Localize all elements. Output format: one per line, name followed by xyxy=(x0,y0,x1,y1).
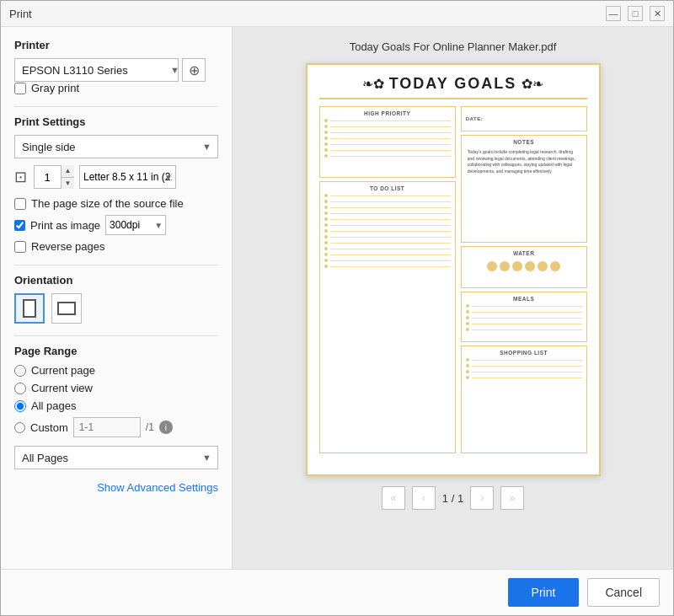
page-range-section: Page Range Current page Current view All… xyxy=(14,345,218,469)
hp-line-6 xyxy=(324,148,451,152)
water-title: WATER xyxy=(466,250,582,256)
page-size-checkbox[interactable] xyxy=(14,198,26,210)
print-button[interactable]: Print xyxy=(508,578,580,607)
water-circle-3 xyxy=(512,261,522,271)
reverse-pages-checkbox[interactable] xyxy=(14,241,26,253)
reverse-pages-row: Reverse pages xyxy=(14,240,218,253)
line xyxy=(472,312,582,313)
water-circle-1 xyxy=(487,261,497,271)
notes-text: Today's goals include completing legal r… xyxy=(466,147,582,176)
footer: Print Cancel xyxy=(1,569,673,615)
date-section: DATE: xyxy=(461,106,587,131)
shop-line-1 xyxy=(466,358,582,362)
todo-line-2 xyxy=(324,200,451,203)
line xyxy=(472,366,582,367)
print-as-image-checkbox[interactable] xyxy=(14,220,25,231)
gray-print-checkbox[interactable] xyxy=(14,83,26,94)
custom-range-input[interactable] xyxy=(73,417,141,437)
current-page-label: Current page xyxy=(31,364,95,377)
pages-dropdown-wrapper: All Pages Odd pages only Even pages only… xyxy=(14,446,218,469)
first-page-button[interactable]: « xyxy=(382,486,405,510)
dot-icon xyxy=(324,148,328,152)
todo-line-4 xyxy=(324,212,451,215)
all-pages-radio[interactable] xyxy=(14,400,26,412)
line xyxy=(472,360,582,361)
shopping-title: SHOPPING LIST xyxy=(466,350,582,356)
line xyxy=(330,254,451,255)
title-bar: Print — □ ✕ xyxy=(1,1,673,27)
dot-icon xyxy=(324,212,328,215)
printer-select[interactable]: EPSON L3110 Series xyxy=(14,58,179,82)
main-content: Printer EPSON L3110 Series ▼ ⊕ Gray prin… xyxy=(1,27,673,569)
page-num-wrapper: ▲ ▼ xyxy=(34,165,74,189)
line xyxy=(330,260,451,261)
left-panel: Printer EPSON L3110 Series ▼ ⊕ Gray prin… xyxy=(1,27,233,569)
close-button[interactable]: ✕ xyxy=(650,6,665,21)
line xyxy=(330,237,451,238)
dot-icon xyxy=(466,328,469,331)
todo-line-10 xyxy=(324,247,451,250)
dot-icon xyxy=(466,376,469,379)
print-as-image-label: Print as image xyxy=(30,219,100,232)
high-priority-title: HIGH PRIORITY xyxy=(324,110,451,116)
reverse-pages-label: Reverse pages xyxy=(31,240,104,253)
dpi-select-wrapper: 150dpi 300dpi 600dpi ▼ xyxy=(105,215,166,235)
date-label: DATE: xyxy=(466,116,483,121)
page-navigation: « ‹ 1 / 1 › » xyxy=(382,486,524,510)
current-page-radio[interactable] xyxy=(14,365,26,377)
meals-lines xyxy=(466,304,582,331)
dot-icon xyxy=(324,223,328,227)
info-icon[interactable]: i xyxy=(159,420,173,434)
current-view-radio[interactable] xyxy=(14,383,26,394)
shopping-lines xyxy=(466,358,582,379)
landscape-icon xyxy=(57,302,76,315)
meal-line-2 xyxy=(466,310,582,313)
dot-icon xyxy=(324,253,328,256)
minimize-button[interactable]: — xyxy=(606,6,621,21)
current-page-row: Current page xyxy=(14,364,218,377)
show-advanced-settings[interactable]: Show Advanced Settings xyxy=(14,481,218,494)
page-num-spinners: ▲ ▼ xyxy=(61,165,74,189)
line xyxy=(330,196,451,196)
line xyxy=(330,126,451,127)
hp-line-4 xyxy=(324,137,451,140)
portrait-icon xyxy=(23,299,36,318)
todo-line-9 xyxy=(324,241,451,244)
page-num-up-button[interactable]: ▲ xyxy=(61,165,74,178)
shopping-section: SHOPPING LIST xyxy=(461,345,587,453)
line xyxy=(472,378,582,378)
todo-line-3 xyxy=(324,206,451,209)
paper-select[interactable]: Letter 8.5 x 11 in (21 A4 Legal xyxy=(79,165,176,189)
next-page-button[interactable]: › xyxy=(470,486,494,510)
todo-lines xyxy=(324,194,451,268)
pdf-main-title: TODAY GOALS xyxy=(389,75,517,93)
maximize-button[interactable]: □ xyxy=(628,6,643,21)
pages-dropdown[interactable]: All Pages Odd pages only Even pages only xyxy=(14,446,218,469)
dpi-select[interactable]: 150dpi 300dpi 600dpi xyxy=(105,215,166,235)
divider-3 xyxy=(14,335,218,336)
paper-select-wrapper: Letter 8.5 x 11 in (21 A4 Legal ▼ xyxy=(79,165,176,189)
notes-title: NOTES xyxy=(466,139,582,145)
dot-icon xyxy=(466,310,469,313)
orientation-section: Orientation xyxy=(14,274,218,324)
water-circle-6 xyxy=(550,261,560,271)
custom-radio[interactable] xyxy=(14,422,25,433)
landscape-button[interactable] xyxy=(51,293,82,324)
hp-line-5 xyxy=(324,142,451,146)
meal-line-4 xyxy=(466,322,582,325)
dot-icon xyxy=(324,154,328,158)
cancel-button[interactable]: Cancel xyxy=(587,578,660,607)
hp-line-1 xyxy=(324,119,451,122)
side-select[interactable]: Single side Both sides xyxy=(14,135,218,158)
dot-icon xyxy=(324,200,328,203)
dot-icon xyxy=(324,259,328,262)
shop-line-2 xyxy=(466,364,582,367)
prev-page-button[interactable]: ‹ xyxy=(412,486,436,510)
page-num-down-button[interactable]: ▼ xyxy=(61,178,74,190)
last-page-button[interactable]: » xyxy=(500,486,524,510)
dot-icon xyxy=(324,137,328,140)
water-circle-5 xyxy=(538,261,548,271)
pdf-right-col: DATE: NOTES Today's goals include comple… xyxy=(461,106,587,453)
add-printer-button[interactable]: ⊕ xyxy=(182,58,206,82)
portrait-button[interactable] xyxy=(14,293,45,324)
